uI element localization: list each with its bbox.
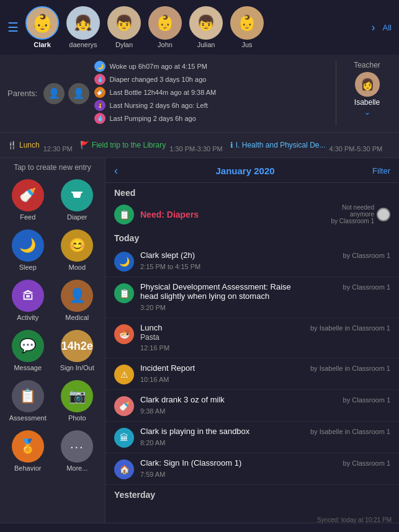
- activity-panel: ‹ January 2020 Filter Need 📋 Need: Diape…: [105, 158, 399, 523]
- teacher-name: Isabelle: [354, 98, 380, 107]
- teacher-expand-icon[interactable]: ⌄: [364, 108, 370, 117]
- play-entry-content: Clark is playing in the sandbox by Isabe…: [140, 427, 390, 448]
- nav-right-arrow[interactable]: ›: [372, 21, 375, 34]
- event-lunch-title: Lunch: [19, 141, 40, 149]
- sleep-entry-author: by Classroom 1: [343, 252, 390, 259]
- need-title: Need: Diapers: [140, 210, 325, 219]
- need-item[interactable]: 📋 Need: Diapers Not needed anymore by Cl…: [105, 200, 399, 228]
- lunch-entry-title: Lunch: [140, 323, 162, 332]
- events-bar: 🍴 Lunch 12:30 PM 🚩 Field trip to the Lib…: [0, 133, 399, 158]
- need-section-label: Need: [105, 183, 399, 200]
- bottle-entry-author: by Classroom 1: [343, 396, 390, 404]
- bottle-entry-time: 9:38 AM: [140, 407, 165, 415]
- sleep-entry-title: Clark slept (2h): [140, 250, 195, 260]
- child-dylan[interactable]: 👦 Dylan: [105, 6, 143, 48]
- left-sidebar: Tap to create new entry 🍼 Feed Diaper 🌙 …: [0, 158, 105, 523]
- bottom-nav: [0, 523, 399, 532]
- child-john[interactable]: 👶 John: [146, 6, 184, 48]
- diaper-button[interactable]: Diaper: [55, 177, 101, 223]
- feed-icon: 🍼: [12, 179, 44, 211]
- activity-item-3: 🤱 Last Nursing 2 days 6h ago: Left: [94, 100, 331, 111]
- child-julian[interactable]: 👦 Julian: [187, 6, 225, 48]
- act-text-0: Woke up 6h07m ago at 4:15 PM: [109, 63, 207, 70]
- cal-prev-arrow[interactable]: ‹: [114, 164, 118, 177]
- event-health-time: 4:30 PM-5:30 PM: [330, 138, 383, 153]
- medical-button[interactable]: 👤 Medical: [55, 277, 101, 324]
- event-fieldtrip[interactable]: 🚩 Field trip to the Library 1:30 PM-3:30…: [80, 138, 223, 153]
- event-health[interactable]: ℹ I. Health and Physical De... 4:30 PM-5…: [230, 138, 382, 153]
- entry-lunch[interactable]: 🍜 Lunch Pasta by Isabelle in Classroom 1…: [105, 318, 399, 358]
- parents-block: Parents: 👤 👤: [7, 61, 89, 126]
- feed-button[interactable]: 🍼 Feed: [5, 177, 51, 223]
- photo-button[interactable]: 📷 Photo: [55, 378, 101, 424]
- diaper-icon: [61, 179, 93, 211]
- filter-button[interactable]: Filter: [372, 166, 390, 175]
- assessment-button[interactable]: 📋 Assessment: [5, 378, 51, 424]
- entry-play[interactable]: 🏛 Clark is playing in the sandbox by Isa…: [105, 422, 399, 453]
- entry-incident[interactable]: ⚠ Incident Report by Isabelle in Classro…: [105, 358, 399, 390]
- activity-icon: [12, 280, 44, 312]
- incident-entry-author: by Isabelle in Classroom 1: [310, 365, 390, 372]
- all-link[interactable]: All: [383, 23, 392, 32]
- child-jus[interactable]: 👶 Jus: [228, 6, 266, 48]
- lunch-entry-icon: 🍜: [114, 324, 134, 344]
- feed-label: Feed: [20, 213, 35, 221]
- entry-bottle[interactable]: 🍼 Clark drank 3 oz of milk by Classroom …: [105, 390, 399, 422]
- mood-icon: 😊: [61, 229, 93, 262]
- child-daenerys[interactable]: 👧 daenerys: [65, 6, 102, 48]
- event-lunch-time: 12:30 PM: [43, 138, 73, 153]
- mood-button[interactable]: 😊 Mood: [55, 227, 101, 273]
- message-icon: 💬: [12, 330, 44, 362]
- act-icon-sleep: 🌙: [94, 61, 105, 72]
- assessment-icon: 📋: [12, 380, 44, 412]
- need-toggle[interactable]: [377, 208, 390, 221]
- signin-entry-icon: 🏠: [114, 459, 134, 479]
- teacher-avatar: 👩: [355, 72, 380, 97]
- activity-item-4: 💧 Last Pumping 2 days 6h ago: [94, 113, 331, 124]
- behavior-button[interactable]: 🏅 Behavior: [5, 428, 51, 474]
- act-icon-pumping: 💧: [94, 113, 105, 124]
- today-label: Today: [105, 228, 399, 246]
- activity-feed: 🌙 Woke up 6h07m ago at 4:15 PM 💧 Diaper …: [94, 61, 331, 126]
- children-list: 👶 Clark 👧 daenerys 👦 Dylan 👶 John 👦: [24, 6, 367, 48]
- main-content: Tap to create new entry 🍼 Feed Diaper 🌙 …: [0, 158, 399, 523]
- photo-icon: 📷: [61, 380, 93, 412]
- signin-button[interactable]: 14h2e Sign In/Out: [55, 327, 101, 374]
- lunch-entry-author: by Isabelle in Classroom 1: [310, 324, 390, 332]
- event-fieldtrip-title: Field trip to the Library: [92, 141, 166, 149]
- need-status: Not needed anymore by Classroom 1: [331, 204, 390, 224]
- act-icon-nursing: 🤱: [94, 100, 105, 111]
- act-text-1: Diaper changed 3 days 10h ago: [109, 76, 206, 83]
- act-text-3: Last Nursing 2 days 6h ago: Left: [109, 102, 207, 109]
- entry-sleep[interactable]: 🌙 Clark slept (2h) by Classroom 1 2:15 P…: [105, 246, 399, 277]
- play-entry-body: Clark is playing in the sandbox by Isabe…: [140, 427, 390, 437]
- entry-signin[interactable]: 🏠 Clark: Sign In (Classroom 1) by Classr…: [105, 453, 399, 485]
- cal-title: January 2020: [216, 166, 275, 176]
- child-clark[interactable]: 👶 Clark: [24, 6, 61, 48]
- entry-assessment[interactable]: 📋 Physical Development Assessment: Raise…: [105, 277, 399, 318]
- info-section: Parents: 👤 👤 🌙 Woke up 6h07m ago at 4:15…: [0, 55, 399, 133]
- teacher-label: Teacher: [354, 61, 380, 69]
- daenerys-name: daenerys: [69, 41, 97, 48]
- dylan-name: Dylan: [115, 41, 133, 48]
- more-button[interactable]: ··· More...: [55, 428, 101, 474]
- assess-entry-time: 3:20 PM: [140, 304, 166, 311]
- event-lunch[interactable]: 🍴 Lunch 12:30 PM: [7, 138, 73, 153]
- menu-icon[interactable]: ☰: [7, 20, 19, 35]
- assess-entry-icon: 📋: [114, 283, 134, 303]
- sidebar-title: Tap to create new entry: [5, 163, 100, 172]
- health-icon: ℹ: [230, 141, 233, 149]
- activity-button[interactable]: Activity: [5, 277, 51, 324]
- yesterday-label: Yesterday: [105, 485, 399, 502]
- signin-label: Sign In/Out: [60, 364, 94, 371]
- message-button[interactable]: 💬 Message: [5, 327, 51, 374]
- jus-avatar: 👶: [230, 6, 264, 40]
- signin-entry-author: by Classroom 1: [343, 459, 390, 467]
- behavior-label: Behavior: [14, 464, 41, 472]
- assess-entry-content: Physical Development Assessment: Raise h…: [140, 282, 390, 313]
- sleep-button[interactable]: 🌙 Sleep: [5, 227, 51, 273]
- message-label: Message: [14, 364, 42, 371]
- daenerys-avatar: 👧: [66, 6, 100, 40]
- calendar-header: ‹ January 2020 Filter: [105, 158, 399, 183]
- lunch-entry-time: 12:16 PM: [140, 344, 169, 352]
